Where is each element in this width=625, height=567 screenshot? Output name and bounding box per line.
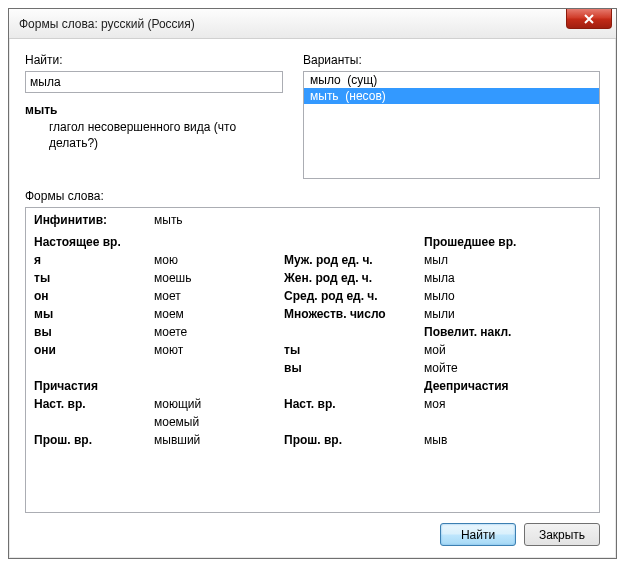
variant-item[interactable]: мыло (сущ)	[304, 72, 599, 88]
forms-cell: Сред. род ед. ч.	[284, 288, 424, 304]
forms-cell	[284, 234, 424, 250]
forms-cell: моете	[154, 324, 284, 340]
find-button[interactable]: Найти	[440, 523, 516, 546]
variants-column: Варианты: мыло (сущ)мыть (несов)	[303, 53, 600, 179]
forms-cell	[154, 378, 284, 394]
top-row: Найти: мыть глагол несовершенного вида (…	[25, 53, 600, 179]
dialog-content: Найти: мыть глагол несовершенного вида (…	[9, 39, 616, 558]
forms-cell: Жен. род ед. ч.	[284, 270, 424, 286]
forms-cell	[284, 212, 424, 228]
forms-cell: ты	[34, 270, 154, 286]
window-title: Формы слова: русский (Россия)	[19, 17, 195, 31]
forms-cell: моем	[154, 306, 284, 322]
forms-grid: Инфинитив:мытьНастоящее вр.Прошедшее вр.…	[34, 212, 591, 448]
forms-cell: Инфинитив:	[34, 212, 154, 228]
forms-cell: мыл	[424, 252, 544, 268]
forms-cell: Прош. вр.	[284, 432, 424, 448]
forms-cell	[34, 360, 154, 376]
forms-cell	[424, 230, 544, 232]
forms-cell	[154, 360, 284, 376]
forms-cell: Причастия	[34, 378, 154, 394]
forms-cell: мыло	[424, 288, 544, 304]
variant-item[interactable]: мыть (несов)	[304, 88, 599, 104]
forms-box[interactable]: Инфинитив:мытьНастоящее вр.Прошедшее вр.…	[25, 207, 600, 513]
forms-cell: моешь	[154, 270, 284, 286]
forms-cell	[154, 234, 284, 250]
forms-cell: мы	[34, 306, 154, 322]
forms-cell: я	[34, 252, 154, 268]
lemma-word: мыть	[25, 103, 283, 117]
forms-cell: вы	[34, 324, 154, 340]
forms-cell: ты	[284, 342, 424, 358]
close-icon	[583, 14, 595, 24]
forms-label: Формы слова:	[25, 189, 600, 203]
button-row: Найти Закрыть	[25, 513, 600, 546]
forms-cell: моют	[154, 342, 284, 358]
forms-cell: мыли	[424, 306, 544, 322]
forms-cell: Деепричастия	[424, 378, 544, 394]
variants-list[interactable]: мыло (сущ)мыть (несов)	[303, 71, 600, 179]
forms-cell: Настоящее вр.	[34, 234, 154, 250]
forms-cell	[424, 212, 544, 228]
dialog-window: Формы слова: русский (Россия) Найти: мыт…	[8, 8, 617, 559]
search-input[interactable]	[25, 71, 283, 93]
forms-cell: Муж. род ед. ч.	[284, 252, 424, 268]
close-button[interactable]	[566, 9, 612, 29]
forms-cell: они	[34, 342, 154, 358]
forms-cell: моемый	[154, 414, 284, 430]
forms-cell: мыть	[154, 212, 284, 228]
variants-label: Варианты:	[303, 53, 600, 67]
forms-cell	[34, 414, 154, 430]
forms-cell: моя	[424, 396, 544, 412]
forms-cell: мою	[154, 252, 284, 268]
forms-cell	[154, 230, 284, 232]
forms-cell: моет	[154, 288, 284, 304]
lemma-definition: глагол несовершенного вида (что делать?)	[49, 119, 283, 151]
forms-cell: Прошедшее вр.	[424, 234, 544, 250]
forms-cell: мыла	[424, 270, 544, 286]
find-column: Найти: мыть глагол несовершенного вида (…	[25, 53, 283, 179]
forms-cell	[34, 230, 154, 232]
forms-cell: мой	[424, 342, 544, 358]
forms-cell: Повелит. накл.	[424, 324, 544, 340]
forms-cell: мывший	[154, 432, 284, 448]
lemma-block: мыть глагол несовершенного вида (что дел…	[25, 103, 283, 151]
forms-cell: Наст. вр.	[34, 396, 154, 412]
titlebar: Формы слова: русский (Россия)	[9, 9, 616, 39]
forms-cell: Прош. вр.	[34, 432, 154, 448]
forms-cell: мойте	[424, 360, 544, 376]
forms-cell: Наст. вр.	[284, 396, 424, 412]
close-dialog-button[interactable]: Закрыть	[524, 523, 600, 546]
forms-cell	[284, 230, 424, 232]
forms-cell	[284, 378, 424, 394]
find-label: Найти:	[25, 53, 283, 67]
forms-cell: он	[34, 288, 154, 304]
forms-cell	[424, 414, 544, 430]
forms-cell: Множеств. число	[284, 306, 424, 322]
forms-cell	[284, 324, 424, 340]
forms-cell: моющий	[154, 396, 284, 412]
forms-cell: вы	[284, 360, 424, 376]
forms-cell	[284, 414, 424, 430]
forms-cell: мыв	[424, 432, 544, 448]
